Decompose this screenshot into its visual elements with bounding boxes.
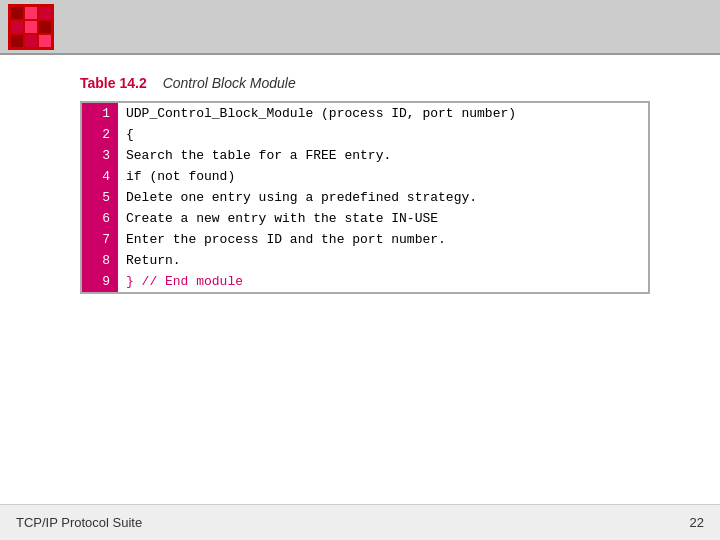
logo xyxy=(8,4,54,50)
code-row: 8 Return. xyxy=(82,250,648,271)
line-number: 5 xyxy=(82,187,118,208)
code-row: 7 Enter the process ID and the port numb… xyxy=(82,229,648,250)
code-row: 6 Create a new entry with the state IN-U… xyxy=(82,208,648,229)
line-number: 4 xyxy=(82,166,118,187)
logo-cell xyxy=(39,35,51,47)
footer-page-number: 22 xyxy=(690,515,704,530)
logo-cell xyxy=(39,7,51,19)
line-number: 9 xyxy=(82,271,118,292)
line-content: Return. xyxy=(118,250,648,271)
line-content: UDP_Control_Block_Module (process ID, po… xyxy=(118,103,648,124)
line-number: 7 xyxy=(82,229,118,250)
line-content: } // End module xyxy=(118,271,648,292)
logo-cell xyxy=(11,35,23,47)
line-number: 6 xyxy=(82,208,118,229)
code-row: 3 Search the table for a FREE entry. xyxy=(82,145,648,166)
line-content: Enter the process ID and the port number… xyxy=(118,229,648,250)
code-row: 9} // End module xyxy=(82,271,648,292)
footer-left: TCP/IP Protocol Suite xyxy=(16,515,142,530)
table-label: Table 14.2 xyxy=(80,75,147,91)
logo-cell xyxy=(39,21,51,33)
line-content: Create a new entry with the state IN-USE xyxy=(118,208,648,229)
main-content: Table 14.2 Control Block Module 1UDP_Con… xyxy=(0,55,720,314)
line-content: if (not found) xyxy=(118,166,648,187)
line-content: { xyxy=(118,124,648,145)
logo-cell xyxy=(25,35,37,47)
code-container: 1UDP_Control_Block_Module (process ID, p… xyxy=(80,101,650,294)
line-content: Delete one entry using a predefined stra… xyxy=(118,187,648,208)
table-title: Control Block Module xyxy=(163,75,296,91)
top-bar xyxy=(0,0,720,55)
line-number: 2 xyxy=(82,124,118,145)
logo-cell xyxy=(11,7,23,19)
line-number: 3 xyxy=(82,145,118,166)
logo-cell xyxy=(25,21,37,33)
code-row: 2{ xyxy=(82,124,648,145)
table-caption: Table 14.2 Control Block Module xyxy=(80,75,650,91)
line-number: 8 xyxy=(82,250,118,271)
line-content: Search the table for a FREE entry. xyxy=(118,145,648,166)
footer: TCP/IP Protocol Suite 22 xyxy=(0,504,720,540)
logo-cell xyxy=(25,7,37,19)
line-number: 1 xyxy=(82,103,118,124)
code-row: 5 Delete one entry using a predefined st… xyxy=(82,187,648,208)
code-row: 4 if (not found) xyxy=(82,166,648,187)
code-row: 1UDP_Control_Block_Module (process ID, p… xyxy=(82,103,648,124)
logo-cell xyxy=(11,21,23,33)
